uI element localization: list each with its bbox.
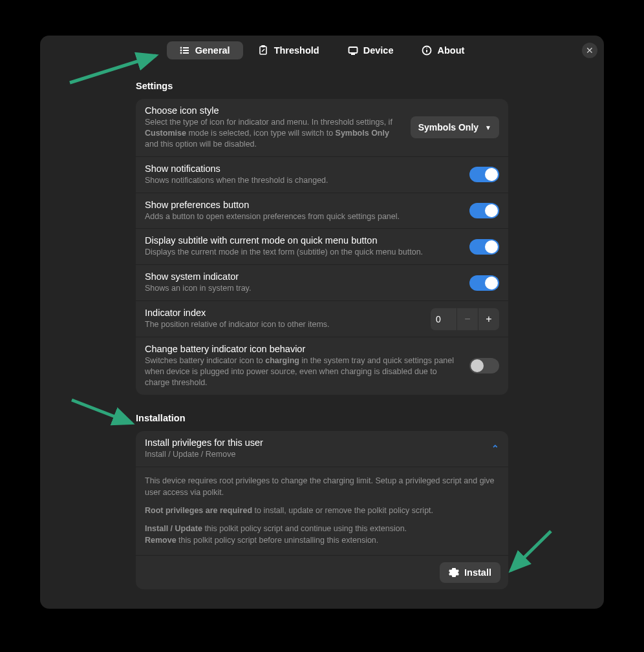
close-button[interactable]: ✕: [582, 43, 597, 58]
battery-behavior-desc: Switches battery indicator icon to charg…: [145, 355, 462, 388]
indicator-index-desc: The position relative of indicator icon …: [145, 319, 423, 330]
indicator-index-increment[interactable]: +: [478, 308, 499, 330]
settings-group: Choose icon style Select the type of ico…: [136, 99, 508, 395]
tab-device-label: Device: [363, 45, 394, 56]
svg-rect-7: [262, 46, 264, 47]
threshold-icon: [259, 45, 269, 56]
tab-about[interactable]: About: [409, 41, 477, 59]
list-icon: [180, 45, 190, 56]
tab-bar: General Threshold Device About: [166, 41, 479, 59]
sys-indicator-title: Show system indicator: [145, 271, 462, 282]
svg-line-8: [262, 49, 264, 52]
subtitle-title: Display subtitle with current mode on qu…: [145, 235, 462, 246]
subtitle-desc: Displays the current mode in the text fo…: [145, 247, 462, 258]
prefs-button-title: Show preferences button: [145, 200, 462, 210]
row-battery-behavior: Change battery indicator icon behavior S…: [136, 337, 508, 395]
row-icon-style: Choose icon style Select the type of ico…: [136, 99, 508, 157]
row-sys-indicator: Show system indicator Shows an icon in s…: [136, 265, 508, 301]
indicator-index-decrement[interactable]: −: [456, 308, 478, 330]
tab-about-label: About: [437, 45, 464, 56]
install-p1: This device requires root privileges to …: [145, 475, 499, 498]
svg-point-4: [180, 50, 181, 51]
install-p2: Root privileges are required to install,…: [145, 505, 499, 516]
sys-indicator-toggle[interactable]: [469, 275, 499, 291]
notifications-desc: Shows notifications when the threshold i…: [145, 175, 462, 186]
tab-general[interactable]: General: [167, 41, 243, 59]
notifications-toggle[interactable]: [469, 167, 499, 182]
row-notifications: Show notifications Shows notifications w…: [136, 157, 508, 193]
svg-point-5: [180, 53, 181, 54]
content-area: Settings Choose icon style Select the ty…: [40, 65, 604, 609]
battery-behavior-title: Change battery indicator icon behavior: [145, 344, 462, 354]
install-button[interactable]: Install: [440, 562, 500, 583]
sys-indicator-desc: Shows an icon in system tray.: [145, 283, 462, 294]
dropdown-value: Symbols Only: [418, 122, 478, 132]
gear-icon: [449, 567, 459, 578]
indicator-index-title: Indicator index: [145, 308, 423, 318]
install-header-sub: Install / Update / Remove: [145, 449, 491, 460]
installation-group: Install privileges for this user Install…: [136, 431, 508, 590]
indicator-index-input[interactable]: [431, 308, 456, 330]
row-indicator-index: Indicator index The position relative of…: [136, 301, 508, 337]
chevron-down-icon: ▼: [485, 124, 491, 131]
tab-general-label: General: [195, 45, 230, 56]
install-body: This device requires root privileges to …: [136, 467, 508, 556]
notifications-title: Show notifications: [145, 163, 462, 174]
install-footer: Install: [136, 556, 508, 589]
svg-rect-9: [349, 47, 357, 53]
install-expander-header[interactable]: Install privileges for this user Install…: [136, 431, 508, 467]
icon-style-title: Choose icon style: [145, 105, 403, 116]
svg-point-3: [180, 48, 181, 48]
battery-behavior-toggle[interactable]: [469, 358, 499, 373]
close-icon: ✕: [586, 45, 594, 56]
tab-device[interactable]: Device: [335, 41, 407, 59]
tab-threshold-label: Threshold: [274, 45, 319, 56]
titlebar: General Threshold Device About ✕: [40, 36, 604, 65]
subtitle-toggle[interactable]: [469, 239, 499, 255]
install-button-label: Install: [464, 567, 491, 578]
installation-section-title: Installation: [136, 413, 508, 423]
chevron-up-icon: ⌃: [491, 443, 499, 454]
install-header-title: Install privileges for this user: [145, 437, 491, 448]
info-icon: [422, 45, 432, 56]
settings-section-title: Settings: [136, 81, 508, 91]
icon-style-dropdown[interactable]: Symbols Only ▼: [411, 116, 499, 138]
prefs-button-toggle[interactable]: [469, 203, 499, 218]
install-p3: Install / Update this polkit policy scri…: [145, 523, 499, 546]
prefs-button-desc: Adds a button to open extension preferen…: [145, 211, 462, 222]
preferences-window: General Threshold Device About ✕ Setting…: [40, 36, 604, 609]
tab-threshold[interactable]: Threshold: [246, 41, 332, 59]
device-icon: [348, 45, 358, 56]
row-subtitle: Display subtitle with current mode on qu…: [136, 229, 508, 265]
svg-point-13: [427, 48, 428, 49]
icon-style-desc: Select the type of icon for indicator an…: [145, 117, 403, 150]
indicator-index-spinner: − +: [431, 308, 499, 330]
row-prefs-button: Show preferences button Adds a button to…: [136, 193, 508, 229]
